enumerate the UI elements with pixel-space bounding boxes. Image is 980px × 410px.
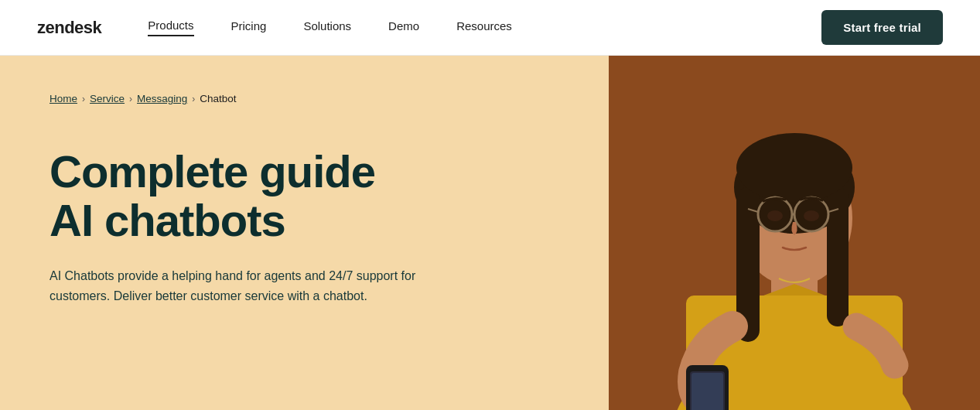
breadcrumb-home[interactable]: Home [50,93,77,104]
svg-point-8 [736,133,852,203]
breadcrumb-messaging[interactable]: Messaging [137,93,187,104]
breadcrumb-current: Chatbot [200,93,236,104]
hero-image [609,56,980,410]
nav-links: Products Pricing Solutions Demo Resource… [148,19,821,36]
nav-link-resources[interactable]: Resources [456,19,512,36]
hero-person-illustration [609,56,980,410]
breadcrumb: Home › Service › Messaging › Chatbot [50,93,421,104]
breadcrumb-sep-3: › [192,94,195,104]
hero-title: Complete guide AI chatbots [50,148,421,244]
nav-link-pricing[interactable]: Pricing [231,19,267,36]
start-free-trial-button[interactable]: Start free trial [821,10,943,45]
svg-rect-7 [827,187,849,326]
nav-link-products[interactable]: Products [148,19,193,36]
hero-image-bg [609,56,980,410]
svg-point-15 [804,210,819,221]
navbar: zendesk Products Pricing Solutions Demo … [0,0,980,56]
hero-content: Home › Service › Messaging › Chatbot Com… [0,56,458,410]
nav-link-demo[interactable]: Demo [388,19,419,36]
hero-section: Home › Service › Messaging › Chatbot Com… [0,56,980,410]
svg-rect-19 [691,373,723,410]
nav-link-solutions[interactable]: Solutions [303,19,351,36]
brand-logo[interactable]: zendesk [37,18,101,38]
breadcrumb-sep-1: › [82,94,85,104]
hero-description: AI Chatbots provide a helping hand for a… [50,266,421,306]
breadcrumb-service[interactable]: Service [90,93,125,104]
breadcrumb-sep-2: › [129,94,132,104]
hero-title-line2: AI chatbots [50,195,285,245]
hero-title-line1: Complete guide [50,146,375,196]
svg-point-14 [767,210,783,221]
